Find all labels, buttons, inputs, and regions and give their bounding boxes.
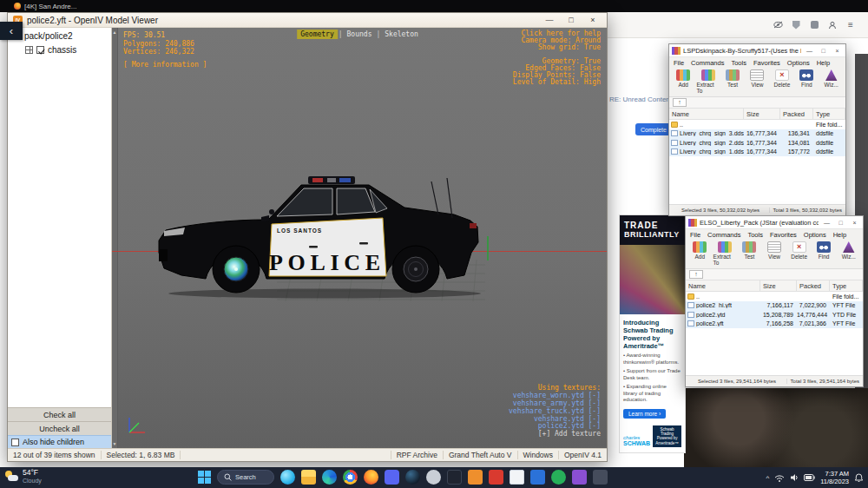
table-row[interactable]: Livery_chrg_sign_1.dds 16,777,344 157,77… (669, 148, 845, 157)
taskbar-spotify-icon[interactable] (551, 470, 566, 485)
taskbar-discord-icon[interactable] (385, 470, 399, 485)
delete-button[interactable]: ×Delete (771, 69, 793, 94)
up-directory-button[interactable]: ↑ (689, 270, 703, 279)
column-name[interactable]: Name (686, 280, 760, 291)
notification-bell-icon[interactable] (854, 473, 864, 483)
menu-help[interactable]: Help (817, 59, 830, 67)
up-directory-button[interactable]: ↑ (673, 98, 687, 107)
menu-favorites[interactable]: Favorites (753, 59, 780, 67)
chassis-checkbox[interactable] (36, 46, 44, 54)
hidden-eye-icon[interactable] (773, 20, 783, 30)
tray-chevron-icon[interactable]: ^ (766, 474, 769, 482)
close-button[interactable]: × (832, 48, 843, 54)
tree-root-pack-police2[interactable]: pack/police2 (8, 28, 111, 43)
table-row[interactable]: .. File fold... (669, 120, 845, 129)
menu-icon[interactable]: ≡ (845, 20, 856, 30)
browser-tab-title[interactable]: [4K] San Andre... (24, 3, 76, 10)
start-button[interactable] (198, 471, 211, 484)
view-button[interactable]: View (746, 69, 768, 94)
column-size[interactable]: Size (744, 109, 780, 119)
table-row[interactable]: police2_hi.yft 7,166,117 7,022,900 YFT F… (686, 301, 863, 311)
find-button[interactable]: Find (812, 241, 836, 266)
back-button[interactable]: ‹ (0, 22, 23, 40)
taskbar-terminal-icon[interactable] (447, 470, 462, 485)
weather-widget[interactable]: 54°F Cloudy (5, 469, 42, 484)
maximize-button[interactable]: □ (818, 48, 829, 54)
tree-item-chassis[interactable]: chassis (8, 43, 111, 56)
taskbar-firefox-icon[interactable] (364, 470, 378, 485)
more-information-link[interactable]: [ More information ] (123, 61, 207, 69)
add-button[interactable]: Add (688, 241, 712, 266)
add-texture-link[interactable]: [+] Add texture (509, 431, 601, 439)
test-button[interactable]: Test (738, 241, 761, 266)
taskbar-app-icon-gray[interactable] (593, 470, 608, 485)
menu-favorites[interactable]: Favorites (770, 231, 797, 239)
column-type[interactable]: Type (830, 280, 863, 291)
uncheck-all-button[interactable]: Uncheck all (8, 421, 111, 435)
learn-more-button[interactable]: Learn more › (623, 409, 666, 419)
taskbar-settings-icon[interactable] (426, 470, 441, 485)
delete-button[interactable]: ×Delete (787, 241, 811, 266)
shield-icon[interactable] (791, 20, 801, 30)
column-size[interactable]: Size (760, 280, 797, 291)
close-button[interactable]: × (849, 220, 860, 226)
tab-skeleton[interactable]: Skeleton (381, 30, 422, 39)
minimize-button[interactable]: — (821, 220, 832, 226)
table-row[interactable]: police2.ytd 15,208,789 14,776,444 YTD Fi… (686, 310, 863, 320)
menu-options[interactable]: Options (787, 59, 810, 67)
table-row[interactable]: Livery_chrg_sign_2.dds 16,777,344 134,08… (669, 138, 845, 148)
test-button[interactable]: Test (721, 69, 744, 94)
menu-help[interactable]: Help (833, 231, 846, 239)
wizard-button[interactable]: Wiz... (820, 69, 843, 94)
menu-tools[interactable]: Tools (731, 59, 746, 67)
tab-geometry[interactable]: Geometry (297, 30, 338, 39)
menu-commands[interactable]: Commands (707, 231, 740, 239)
table-row[interactable]: .. File fold... (686, 292, 863, 301)
view-button[interactable]: View (763, 241, 786, 266)
close-button[interactable]: × (584, 16, 602, 24)
column-packed[interactable]: Packed (780, 109, 813, 119)
check-all-button[interactable]: Check all (8, 407, 111, 421)
taskbar-chrome-icon[interactable] (343, 470, 358, 485)
menu-file[interactable]: File (674, 59, 684, 67)
menu-file[interactable]: File (690, 231, 700, 239)
taskbar-file-explorer-icon[interactable] (301, 470, 316, 485)
table-row[interactable]: Livery_chrg_sign_3.dds 16,777,344 136,34… (669, 129, 845, 139)
taskbar-edge-icon[interactable] (322, 470, 337, 485)
taskbar-copilot-icon[interactable] (280, 470, 295, 485)
add-button[interactable]: Add (672, 69, 694, 94)
wifi-icon[interactable] (774, 473, 785, 482)
maximize-button[interactable]: □ (835, 220, 846, 226)
minimize-button[interactable]: — (804, 48, 815, 54)
taskbar-openiv-icon[interactable] (468, 470, 483, 485)
also-hide-children-row[interactable]: Also hide children (8, 435, 111, 448)
viewport-scrollbar[interactable]: ▲ ▼ (112, 28, 118, 448)
maximize-button[interactable]: □ (562, 16, 580, 24)
table-row[interactable]: police2.yft 7,166,258 7,021,366 YFT File (686, 320, 863, 329)
unread-content-link[interactable]: RE: Unread Content (609, 96, 672, 103)
taskbar-app-icon-purple[interactable] (572, 470, 587, 485)
tab-bounds[interactable]: Bounds (344, 30, 376, 39)
profile-icon[interactable] (827, 20, 838, 30)
volume-icon[interactable] (790, 473, 799, 482)
model-viewport[interactable]: ▲ ▼ (112, 28, 607, 448)
taskbar-notepad-icon[interactable] (510, 470, 524, 485)
menu-tools[interactable]: Tools (747, 231, 763, 239)
taskbar-steam-icon[interactable] (405, 470, 420, 485)
menu-commands[interactable]: Commands (691, 59, 724, 67)
clock[interactable]: 7:37 AM 11/8/2023 (820, 470, 849, 486)
taskbar-app-icon-red[interactable] (489, 470, 503, 485)
menu-options[interactable]: Options (804, 231, 826, 239)
extensions-puzzle-icon[interactable] (809, 20, 819, 30)
search-input[interactable]: Search (217, 470, 274, 485)
column-name[interactable]: Name (669, 109, 744, 119)
find-button[interactable]: Find (795, 69, 818, 94)
taskbar-vscode-icon[interactable] (530, 470, 545, 485)
extract-to-button[interactable]: Extract To (713, 241, 737, 266)
column-packed[interactable]: Packed (797, 280, 830, 291)
also-hide-children-checkbox[interactable] (11, 439, 19, 446)
extract-to-button[interactable]: Extract To (696, 69, 719, 94)
column-type[interactable]: Type (813, 109, 845, 119)
wizard-button[interactable]: Wiz... (837, 241, 860, 266)
minimize-button[interactable]: — (541, 16, 558, 24)
